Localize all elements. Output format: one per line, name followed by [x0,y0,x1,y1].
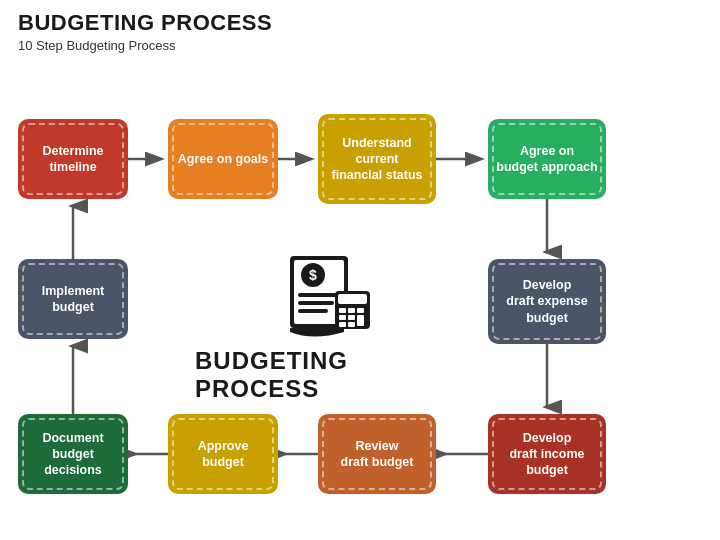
page-subtitle: 10 Step Budgeting Process [0,38,720,59]
step9-label: Documentbudgetdecisions [42,430,103,479]
budget-icon: $ [285,251,375,341]
svg-rect-22 [339,315,346,320]
svg-rect-25 [339,322,346,327]
svg-rect-24 [357,315,364,326]
svg-rect-20 [348,308,355,313]
svg-rect-19 [339,308,346,313]
svg-rect-21 [357,308,364,313]
step3-box: Understandcurrentfinancial status [318,114,436,204]
step1-box: Determine timeline [18,119,128,199]
step4-label: Agree onbudget approach [496,143,597,176]
page-title: BUDGETING PROCESS [0,0,720,38]
step2-box: Agree on goals [168,119,278,199]
step3-label: Understandcurrentfinancial status [332,135,423,184]
step7-box: Reviewdraft budget [318,414,436,494]
center-area: $ BUDGETING P [195,244,465,409]
diagram-area: Determine timeline Agree on goals Unders… [0,59,720,519]
svg-rect-15 [298,301,334,305]
step4-box: Agree onbudget approach [488,119,606,199]
step6-box: Developdraft incomebudget [488,414,606,494]
step10-label: Implementbudget [42,283,105,316]
step6-label: Developdraft incomebudget [509,430,584,479]
step9-box: Documentbudgetdecisions [18,414,128,494]
step7-label: Reviewdraft budget [341,438,414,471]
step10-box: Implementbudget [18,259,128,339]
svg-rect-14 [298,293,340,297]
step5-label: Developdraft expensebudget [506,277,587,326]
step1-label: Determine timeline [26,143,120,176]
svg-rect-16 [298,309,328,313]
step2-label: Agree on goals [178,151,268,167]
svg-rect-26 [348,322,355,327]
step5-box: Developdraft expensebudget [488,259,606,344]
center-label: BUDGETING PROCESS [195,347,465,403]
svg-text:$: $ [309,267,317,283]
svg-rect-18 [338,294,367,304]
svg-rect-23 [348,315,355,320]
step8-box: Approvebudget [168,414,278,494]
step8-label: Approvebudget [198,438,249,471]
